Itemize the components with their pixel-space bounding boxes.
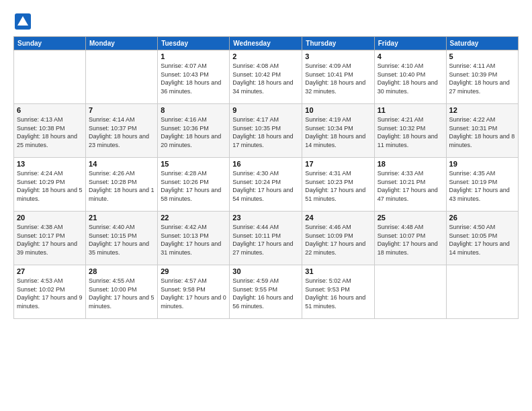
calendar-cell: 27Sunrise: 4:53 AM Sunset: 10:02 PM Dayl… [14,265,86,319]
day-info: Sunrise: 4:42 AM Sunset: 10:13 PM Daylig… [161,223,226,257]
day-number: 1 [161,52,226,60]
day-number: 2 [232,52,299,60]
calendar-cell: 23Sunrise: 4:44 AM Sunset: 10:11 PM Dayl… [230,212,302,265]
day-number: 16 [232,160,299,168]
calendar-cell: 2Sunrise: 4:08 AM Sunset: 10:42 PM Dayli… [230,50,302,104]
logo-icon [13,12,32,31]
calendar-cell: 17Sunrise: 4:31 AM Sunset: 10:23 PM Dayl… [302,158,374,212]
day-info: Sunrise: 4:57 AM Sunset: 9:58 PM Dayligh… [161,277,226,310]
day-info: Sunrise: 4:10 AM Sunset: 10:40 PM Daylig… [378,62,443,95]
day-info: Sunrise: 4:13 AM Sunset: 10:38 PM Daylig… [17,116,83,149]
header [13,12,519,31]
day-number: 31 [305,267,371,275]
day-info: Sunrise: 4:09 AM Sunset: 10:41 PM Daylig… [305,62,371,95]
calendar-week-row: 1Sunrise: 4:07 AM Sunset: 10:43 PM Dayli… [14,50,519,104]
day-info: Sunrise: 4:16 AM Sunset: 10:36 PM Daylig… [161,116,226,149]
calendar-cell [374,265,446,319]
day-number: 15 [161,160,226,168]
calendar-cell: 31Sunrise: 5:02 AM Sunset: 9:53 PM Dayli… [302,265,374,319]
calendar-cell: 5Sunrise: 4:11 AM Sunset: 10:39 PM Dayli… [446,50,518,104]
calendar-day-header: Friday [374,37,446,50]
calendar-cell: 8Sunrise: 4:16 AM Sunset: 10:36 PM Dayli… [158,104,230,158]
day-number: 5 [449,52,515,60]
day-info: Sunrise: 4:14 AM Sunset: 10:37 PM Daylig… [89,116,154,149]
day-number: 14 [89,160,154,168]
calendar-cell: 10Sunrise: 4:19 AM Sunset: 10:34 PM Dayl… [302,104,374,158]
day-info: Sunrise: 4:21 AM Sunset: 10:32 PM Daylig… [378,116,443,149]
day-info: Sunrise: 4:31 AM Sunset: 10:23 PM Daylig… [305,169,371,203]
calendar-cell: 13Sunrise: 4:24 AM Sunset: 10:29 PM Dayl… [14,158,86,212]
day-number: 3 [305,52,371,60]
day-number: 17 [305,160,371,168]
day-info: Sunrise: 4:33 AM Sunset: 10:21 PM Daylig… [378,169,443,203]
calendar-cell [14,50,86,104]
calendar-cell: 22Sunrise: 4:42 AM Sunset: 10:13 PM Dayl… [158,212,230,265]
day-info: Sunrise: 4:08 AM Sunset: 10:42 PM Daylig… [232,62,299,95]
calendar-cell [86,50,158,104]
day-info: Sunrise: 4:07 AM Sunset: 10:43 PM Daylig… [161,62,226,95]
calendar-cell: 7Sunrise: 4:14 AM Sunset: 10:37 PM Dayli… [86,104,158,158]
day-number: 12 [449,106,515,114]
calendar-table: SundayMondayTuesdayWednesdayThursdayFrid… [13,36,519,319]
calendar-cell: 16Sunrise: 4:30 AM Sunset: 10:24 PM Dayl… [230,158,302,212]
day-number: 10 [305,106,371,114]
page: SundayMondayTuesdayWednesdayThursdayFrid… [0,0,532,411]
day-info: Sunrise: 4:22 AM Sunset: 10:31 PM Daylig… [449,116,515,149]
day-number: 9 [232,106,299,114]
day-info: Sunrise: 4:53 AM Sunset: 10:02 PM Daylig… [17,277,83,310]
day-number: 23 [232,214,299,222]
day-info: Sunrise: 4:55 AM Sunset: 10:00 PM Daylig… [89,277,154,310]
logo [13,12,35,31]
day-number: 19 [449,160,515,168]
day-info: Sunrise: 4:46 AM Sunset: 10:09 PM Daylig… [305,223,371,257]
calendar-week-row: 13Sunrise: 4:24 AM Sunset: 10:29 PM Dayl… [14,158,519,212]
day-info: Sunrise: 4:17 AM Sunset: 10:35 PM Daylig… [232,116,299,149]
calendar-day-header: Saturday [446,37,518,50]
calendar-cell: 24Sunrise: 4:46 AM Sunset: 10:09 PM Dayl… [302,212,374,265]
calendar-header-row: SundayMondayTuesdayWednesdayThursdayFrid… [14,37,519,50]
calendar-cell: 30Sunrise: 4:59 AM Sunset: 9:55 PM Dayli… [230,265,302,319]
day-number: 26 [449,214,515,222]
calendar-cell: 19Sunrise: 4:35 AM Sunset: 10:19 PM Dayl… [446,158,518,212]
calendar-cell: 15Sunrise: 4:28 AM Sunset: 10:26 PM Dayl… [158,158,230,212]
calendar-cell: 25Sunrise: 4:48 AM Sunset: 10:07 PM Dayl… [374,212,446,265]
day-number: 21 [89,214,154,222]
calendar-cell: 20Sunrise: 4:38 AM Sunset: 10:17 PM Dayl… [14,212,86,265]
day-number: 6 [17,106,83,114]
day-info: Sunrise: 4:35 AM Sunset: 10:19 PM Daylig… [449,169,515,203]
calendar-cell: 11Sunrise: 4:21 AM Sunset: 10:32 PM Dayl… [374,104,446,158]
day-info: Sunrise: 4:59 AM Sunset: 9:55 PM Dayligh… [232,277,299,310]
day-number: 30 [232,267,299,275]
day-info: Sunrise: 4:44 AM Sunset: 10:11 PM Daylig… [232,223,299,257]
calendar-week-row: 27Sunrise: 4:53 AM Sunset: 10:02 PM Dayl… [14,265,519,319]
day-number: 20 [17,214,83,222]
calendar-cell [446,265,518,319]
day-info: Sunrise: 4:38 AM Sunset: 10:17 PM Daylig… [17,223,83,257]
day-info: Sunrise: 4:26 AM Sunset: 10:28 PM Daylig… [89,169,154,203]
day-info: Sunrise: 4:28 AM Sunset: 10:26 PM Daylig… [161,169,226,203]
day-number: 29 [161,267,226,275]
day-number: 7 [89,106,154,114]
calendar-week-row: 20Sunrise: 4:38 AM Sunset: 10:17 PM Dayl… [14,212,519,265]
calendar-day-header: Tuesday [158,37,230,50]
calendar-week-row: 6Sunrise: 4:13 AM Sunset: 10:38 PM Dayli… [14,104,519,158]
day-info: Sunrise: 4:24 AM Sunset: 10:29 PM Daylig… [17,169,83,203]
day-number: 13 [17,160,83,168]
day-info: Sunrise: 4:50 AM Sunset: 10:05 PM Daylig… [449,223,515,257]
day-info: Sunrise: 4:19 AM Sunset: 10:34 PM Daylig… [305,116,371,149]
day-number: 28 [89,267,154,275]
day-number: 18 [378,160,443,168]
calendar-cell: 4Sunrise: 4:10 AM Sunset: 10:40 PM Dayli… [374,50,446,104]
day-number: 22 [161,214,226,222]
calendar-day-header: Wednesday [230,37,302,50]
calendar-cell: 1Sunrise: 4:07 AM Sunset: 10:43 PM Dayli… [158,50,230,104]
calendar-cell: 18Sunrise: 4:33 AM Sunset: 10:21 PM Dayl… [374,158,446,212]
day-info: Sunrise: 4:40 AM Sunset: 10:15 PM Daylig… [89,223,154,257]
calendar-cell: 6Sunrise: 4:13 AM Sunset: 10:38 PM Dayli… [14,104,86,158]
day-info: Sunrise: 5:02 AM Sunset: 9:53 PM Dayligh… [305,277,371,310]
calendar-cell: 12Sunrise: 4:22 AM Sunset: 10:31 PM Dayl… [446,104,518,158]
calendar-day-header: Thursday [302,37,374,50]
day-number: 24 [305,214,371,222]
calendar-cell: 21Sunrise: 4:40 AM Sunset: 10:15 PM Dayl… [86,212,158,265]
calendar-cell: 29Sunrise: 4:57 AM Sunset: 9:58 PM Dayli… [158,265,230,319]
